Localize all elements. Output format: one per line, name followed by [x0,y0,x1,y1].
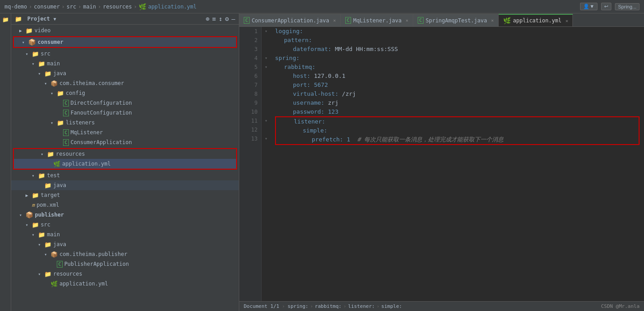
tree-item-pub-resources[interactable]: ▾ 📁 resources [11,269,239,279]
doc-status: Document 1/1 [244,303,279,309]
tree-item-direct-config[interactable]: ▶ C DirectConfiguration [11,98,239,108]
tree-item-test-java[interactable]: ▶ 📁 java [11,180,239,190]
breadcrumb-consumer[interactable]: consumer [34,4,60,10]
code-text: listener: [294,117,325,126]
line-num-7: 7 [241,81,258,89]
tree-item-pub-main[interactable]: ▾ 📁 main [11,230,239,239]
tree-label: java [53,182,66,188]
breadcrumb-file[interactable]: application.yml [148,4,196,10]
chevron-right-icon: ▶ [19,28,25,33]
tree-item-pub-src[interactable]: ▾ 📁 src [11,220,239,230]
code-value: 5672 [314,81,328,89]
fold-11[interactable]: ▾ [262,116,271,125]
code-text: prefetch: [312,135,347,144]
breadcrumb-mq-demo[interactable]: mq-demo [4,4,27,10]
close-icon[interactable]: ✕ [406,18,408,23]
tree-item-pub-java[interactable]: ▾ 📁 java [11,239,239,249]
folder-java-icon: 📁 [44,70,51,77]
tree-item-main[interactable]: ▾ 📁 main [11,59,239,68]
line-num-12: 12 [241,125,258,134]
breadcrumb-main[interactable]: main [83,4,96,10]
close-icon[interactable]: ✕ [565,18,568,23]
fold-1[interactable]: ▾ [262,27,271,36]
tab-consumer-app[interactable]: C ConsumerApplication.java ✕ [239,14,341,26]
settings-icon[interactable]: ⚙ [225,15,229,22]
tree-item-pub-app-yml[interactable]: ▶ 🌿 application.yml [11,279,239,289]
line-num-13: 13 [241,134,258,143]
tree-item-fanout-config[interactable]: ▶ C FanoutConfiguration [11,108,239,118]
back-button[interactable]: ↩ [601,3,611,10]
tree-item-src[interactable]: ▾ 📁 src [11,49,239,59]
tree-item-test[interactable]: ▾ 📁 test [11,170,239,180]
sidebar-tree: ▶ 📁 video ▾ 📦 consumer ▾ 📁 src [11,25,239,311]
tree-label: PublisherApplication [64,261,129,267]
folder-icon: 📁 [38,172,45,179]
tree-label: application.yml [62,161,110,167]
fold-gutter: ▾ ▾ ▾ ▾ ▾ [262,27,271,301]
fold-12 [262,125,271,134]
code-value: /zrj [342,89,356,98]
fold-13[interactable]: ▾ [262,134,271,143]
tree-item-publisher[interactable]: ▾ 📦 publisher [11,210,239,220]
tab-mq-listener[interactable]: C MqListener.java ✕ [341,14,413,26]
code-line-9: username: zrj [275,98,640,107]
breadcrumb-resources[interactable]: resources [103,4,132,10]
fold-4[interactable]: ▾ [262,54,271,63]
tree-item-consumer[interactable]: ▾ 📦 consumer [14,37,236,47]
close-icon[interactable]: ✕ [491,18,494,23]
user-button[interactable]: 👤▼ [580,3,597,10]
consumer-label: consumer [38,39,64,45]
tree-item-publisher-app[interactable]: ▶ C PublisherApplication [11,259,239,269]
tree-item-config[interactable]: ▾ 📁 config [11,88,239,98]
breadcrumb: mq-demo › consumer › src › main › resour… [4,3,197,10]
tree-item-pom[interactable]: ▶ m pom.xml [11,200,239,210]
fold-5[interactable]: ▾ [262,63,271,72]
tree-label: MqListener [71,129,103,136]
minimize-icon[interactable]: — [232,15,235,22]
sort-icon[interactable]: ↕ [219,15,222,22]
package-icon: 📦 [51,80,58,87]
status-path-1: rabbitmq: [315,303,342,309]
tree-item-video[interactable]: ▶ 📁 video [11,26,239,35]
editor-area: C ConsumerApplication.java ✕ C MqListene… [239,13,644,311]
csdn-credit: CSDN @Mr.anla [601,303,640,309]
resources-folder-icon: 📁 [47,151,54,158]
tree-item-mq-listener[interactable]: ▶ C MqListener [11,128,239,137]
add-icon[interactable]: ⊕ [206,15,209,22]
tab-spring-amqp[interactable]: C SpringAmqpTest.java ✕ [413,14,499,26]
code-text: rabbitmq: [284,63,315,72]
java-class-icon: C [63,139,69,146]
tree-label: FanoutConfiguration [71,110,132,116]
tree-label: test [47,172,60,179]
tree-item-app-yml[interactable]: ▶ 🌿 application.yml [14,159,236,169]
top-bar-right: 👤▼ ↩ Spring... [580,3,640,10]
yaml-file-icon: 🌿 [51,281,58,287]
tree-item-resources[interactable]: ▾ 📁 resources [14,149,236,159]
code-area[interactable]: logging: pattern: dateformat: MM-dd HH:m… [271,27,644,301]
java-tab-icon: C [345,17,351,24]
tab-app-yml[interactable]: 🌿 application.yml ✕ [499,14,573,26]
chevron-down-icon: ▾ [22,40,28,45]
tree-label: resources [53,271,82,277]
breadcrumb-src[interactable]: src [67,4,76,10]
tree-item-package[interactable]: ▾ 📦 com.itheima.consumer [11,78,239,88]
close-icon[interactable]: ✕ [333,18,336,23]
consumer-box: ▾ 📦 consumer [13,36,237,48]
tree-item-pub-com[interactable]: ▾ 📦 com.itheima.publisher [11,249,239,259]
fold-6 [262,72,271,81]
code-text: password: [293,107,328,116]
fold-3 [262,45,271,54]
tree-item-java[interactable]: ▾ 📁 java [11,68,239,78]
package-icon: 📦 [51,251,58,258]
line-numbers: 1 2 3 4 5 6 7 8 9 10 11 12 13 [239,27,262,301]
tree-item-listeners[interactable]: ▾ 📁 listeners [11,118,239,128]
folder-java-icon: 📁 [44,241,51,248]
tree-item-consumer-app[interactable]: ▶ C ConsumerApplication [11,137,239,147]
folder-icon: 📁 [57,119,64,126]
collapse-icon[interactable]: ≡ [212,15,216,22]
spring-button[interactable]: Spring... [615,3,640,10]
project-icon[interactable]: 📁 [1,15,10,24]
tree-item-target[interactable]: ▶ 📁 target [11,190,239,200]
tree-label: pom.xml [37,202,59,208]
code-value: 127.0.0.1 [314,72,345,81]
